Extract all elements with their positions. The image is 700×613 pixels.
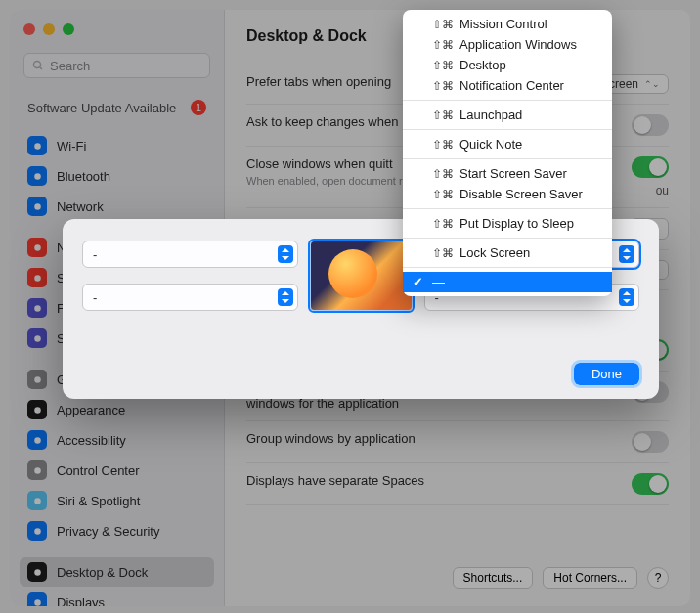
menu-item-label: Disable Screen Saver — [459, 187, 583, 201]
sidebar-item-wi-fi[interactable]: Wi-Fi — [20, 131, 214, 160]
sidebar-item-control-center[interactable]: Control Center — [20, 456, 214, 485]
minimize-window-button[interactable] — [43, 23, 55, 35]
svg-point-14 — [34, 528, 41, 535]
menu-item-none[interactable]: ✓— — [403, 272, 612, 292]
sidebar-item-network[interactable]: Network — [20, 192, 214, 221]
sidebar-item-label: Network — [57, 199, 104, 214]
modifier-glyph: ⇧⌘ — [432, 79, 454, 93]
sidebar-item-label: Bluetooth — [57, 169, 110, 184]
modifier-glyph: ⇧⌘ — [432, 246, 454, 260]
sidebar-item-accessibility[interactable]: Accessibility — [20, 425, 214, 455]
modifier-glyph: ⇧⌘ — [432, 38, 454, 52]
check-icon: ✓ — [413, 275, 426, 289]
sidebar-icon — [27, 400, 47, 419]
menu-item-label: Lock Screen — [459, 245, 530, 260]
sidebar-item-displays[interactable]: Displays — [20, 588, 214, 606]
search-placeholder: Search — [50, 59, 90, 73]
search-input[interactable]: Search — [23, 53, 210, 78]
sidebar-item-appearance[interactable]: Appearance — [20, 395, 214, 424]
sidebar-icon — [27, 298, 47, 318]
sidebar-icon — [27, 136, 47, 155]
sidebar-item-label: Siri & Spotlight — [57, 494, 140, 508]
menu-item-application-windows[interactable]: ⇧⌘ Application Windows — [403, 34, 612, 55]
group-by-app-label: Group windows by application — [246, 431, 616, 446]
sidebar-item-label: Appearance — [57, 403, 125, 417]
close-windows-trail: ou — [656, 184, 669, 197]
svg-point-16 — [34, 599, 41, 606]
sidebar-item-label: Desktop & Dock — [57, 565, 148, 580]
sidebar-item-privacy-security[interactable]: Privacy & Security — [20, 516, 214, 546]
svg-point-6 — [34, 275, 41, 282]
top-left-corner-dropdown[interactable]: - — [82, 241, 298, 268]
software-update-row[interactable]: Software Update Available 1 — [20, 94, 214, 121]
sidebar-icon — [27, 430, 47, 450]
sidebar-item-bluetooth[interactable]: Bluetooth — [20, 161, 214, 191]
menu-item-put-display-to-sleep[interactable]: ⇧⌘ Put Display to Sleep — [403, 213, 612, 234]
sidebar-item-label: Wi-Fi — [57, 139, 86, 153]
bottom-left-corner-dropdown[interactable]: - — [82, 284, 298, 311]
sidebar-icon — [27, 562, 47, 582]
modifier-glyph: ⇧⌘ — [432, 18, 454, 31]
sidebar-icon — [27, 460, 47, 480]
sidebar-item-label: Control Center — [57, 463, 140, 478]
ask-changes-switch[interactable] — [632, 114, 669, 136]
sidebar-icon — [27, 238, 47, 257]
sidebar-item-label: Privacy & Security — [57, 524, 159, 539]
search-icon — [32, 60, 44, 71]
svg-point-11 — [34, 437, 41, 444]
svg-line-1 — [40, 67, 43, 70]
group-by-app-switch[interactable] — [632, 431, 669, 453]
close-windows-switch[interactable] — [632, 156, 669, 178]
menu-item-start-screen-saver[interactable]: ⇧⌘ Start Screen Saver — [403, 163, 612, 184]
menu-item-label: Put Display to Sleep — [459, 216, 574, 231]
sidebar-icon — [27, 166, 47, 186]
sidebar-item-label: Displays — [57, 595, 105, 607]
menu-item-label: Notification Center — [459, 78, 564, 93]
modifier-glyph: ⇧⌘ — [432, 217, 454, 231]
sidebar-icon — [27, 592, 47, 606]
modifier-glyph: ⇧⌘ — [432, 109, 454, 122]
menu-item-label: Mission Control — [459, 17, 547, 31]
bottom-buttons: Shortcuts... Hot Corners... ? — [453, 567, 669, 589]
done-button[interactable]: Done — [574, 363, 639, 385]
menu-item-lock-screen[interactable]: ⇧⌘ Lock Screen — [403, 242, 612, 263]
svg-point-2 — [34, 143, 41, 150]
menu-item-desktop[interactable]: ⇧⌘ Desktop — [403, 55, 612, 75]
modifier-glyph: ⇧⌘ — [432, 188, 454, 201]
menu-item-label: Quick Note — [459, 137, 522, 152]
menu-item-label: Launchpad — [459, 108, 522, 122]
hot-corners-button[interactable]: Hot Corners... — [543, 567, 637, 589]
svg-point-15 — [34, 569, 41, 576]
separate-spaces-switch[interactable] — [632, 473, 669, 495]
menu-item-disable-screen-saver[interactable]: ⇧⌘ Disable Screen Saver — [403, 184, 612, 204]
separate-spaces-row: Displays have separate Spaces — [246, 463, 669, 505]
sidebar-icon — [27, 491, 47, 510]
close-window-button[interactable] — [23, 23, 35, 35]
menu-item-mission-control[interactable]: ⇧⌘ Mission Control — [403, 14, 612, 34]
svg-point-9 — [34, 376, 41, 383]
menu-item-quick-note[interactable]: ⇧⌘ Quick Note — [403, 134, 612, 154]
sidebar-item-siri-spotlight[interactable]: Siri & Spotlight — [20, 486, 214, 515]
svg-point-10 — [34, 407, 41, 414]
chevron-updown-icon — [619, 288, 634, 306]
menu-item-launchpad[interactable]: ⇧⌘ Launchpad — [403, 105, 612, 125]
shortcuts-button[interactable]: Shortcuts... — [453, 567, 534, 589]
sidebar-item-desktop-dock[interactable]: Desktop & Dock — [20, 557, 214, 587]
chevron-updown-icon — [619, 245, 634, 263]
modifier-glyph: ⇧⌘ — [432, 59, 454, 72]
svg-point-0 — [34, 62, 41, 68]
separate-spaces-label: Displays have separate Spaces — [246, 473, 616, 488]
sidebar-icon — [27, 328, 47, 348]
chevron-updown-icon: ⌃⌄ — [644, 79, 660, 89]
help-button[interactable]: ? — [647, 567, 669, 589]
chevron-updown-icon — [278, 245, 293, 263]
zoom-window-button[interactable] — [63, 23, 74, 35]
desktop-thumbnail — [310, 241, 413, 311]
menu-item-notification-center[interactable]: ⇧⌘ Notification Center — [403, 75, 612, 96]
hot-corner-menu[interactable]: ⇧⌘ Mission Control⇧⌘ Application Windows… — [403, 10, 612, 296]
svg-point-4 — [34, 203, 41, 210]
menu-item-label: Start Screen Saver — [459, 166, 567, 181]
software-update-label: Software Update Available — [27, 101, 176, 115]
sidebar-icon — [27, 197, 47, 216]
software-update-badge: 1 — [191, 100, 206, 115]
